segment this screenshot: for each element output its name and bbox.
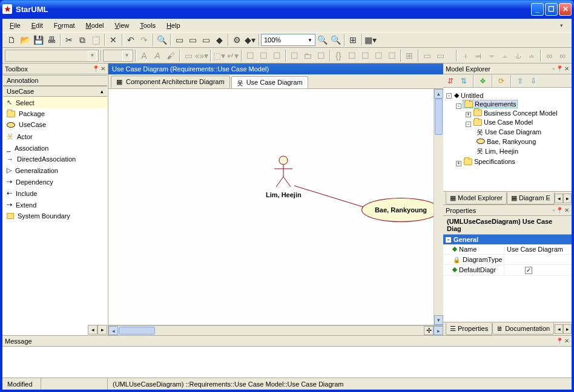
property-category-general[interactable]: -General: [443, 235, 572, 244]
diagram-btn2[interactable]: ▭: [186, 33, 199, 47]
horizontal-scrollbar[interactable]: ◂ ✢ ▸: [108, 325, 443, 335]
scroll-thumb[interactable]: [435, 99, 443, 135]
tree-node-spec[interactable]: Specifications: [463, 158, 516, 165]
menu-help[interactable]: Help: [162, 20, 185, 31]
titlebar[interactable]: StarUML _ ☐ ✕: [0, 0, 574, 18]
palette-item-actor[interactable]: 옷Actor: [3, 130, 107, 143]
up-button[interactable]: ⇧: [514, 76, 526, 87]
diagram-btn4[interactable]: ◆: [213, 33, 226, 47]
align-top-button[interactable]: ⫟: [485, 49, 498, 62]
font-button[interactable]: A: [137, 49, 151, 62]
tab-properties[interactable]: ☰Properties: [446, 323, 492, 335]
menubar-overflow-icon[interactable]: ▾: [555, 21, 568, 30]
font-combo[interactable]: ▼: [5, 50, 99, 62]
align-right-button[interactable]: ⫤: [472, 49, 485, 62]
vertical-scrollbar[interactable]: ▴ ▾: [434, 89, 443, 325]
zoom-combo[interactable]: 100% ▼: [261, 34, 315, 46]
new-button[interactable]: 🗋: [5, 33, 18, 47]
distribute-v-button[interactable]: ∞: [556, 49, 569, 62]
model-explorer-header[interactable]: Model Explorer ▫📍✕: [443, 64, 572, 74]
refresh-button[interactable]: ⟳: [495, 76, 507, 87]
line-button[interactable]: ⬚▾: [213, 49, 226, 62]
sort2-button[interactable]: ⇅: [458, 76, 470, 87]
tree-node-bcm[interactable]: Business Concept Model: [472, 109, 559, 117]
expander-icon[interactable]: -: [466, 122, 471, 127]
zoom-in-button[interactable]: 🔍: [315, 33, 329, 47]
tab-prev-button[interactable]: ◂: [555, 324, 563, 334]
sup3-button[interactable]: ☐: [270, 49, 283, 62]
tab-prev-button[interactable]: ◂: [555, 194, 563, 203]
size-combo[interactable]: ▼: [103, 50, 133, 62]
message-body[interactable]: [2, 347, 572, 377]
diagram-btn3[interactable]: ▭: [199, 33, 213, 47]
prop-value-name[interactable]: Use Case Diagram: [504, 244, 572, 254]
save-button[interactable]: 💾: [31, 33, 45, 47]
checkbox-default[interactable]: ✓: [525, 267, 532, 274]
property-row-name[interactable]: Name Use Case Diagram: [443, 244, 572, 255]
close-button[interactable]: ✕: [559, 3, 572, 16]
tree-node-bae[interactable]: Bae, Rankyoung: [475, 138, 537, 145]
tree-node-requirements[interactable]: Requirements: [463, 100, 518, 108]
tree-node-ucd[interactable]: 옷Use Case Diagram: [475, 128, 543, 137]
align-vc-button[interactable]: ⫨: [525, 49, 538, 62]
pin-icon[interactable]: 📍: [92, 65, 99, 72]
n2-button[interactable]: ☐: [345, 49, 358, 62]
palette-item-directed[interactable]: →DirectedAssociation: [3, 154, 107, 165]
n1-button[interactable]: {}: [332, 49, 345, 62]
tree-node-ucm[interactable]: Use Case Model: [472, 119, 534, 126]
hscroll-thumb[interactable]: [119, 327, 155, 335]
property-grid[interactable]: -General Name Use Case Diagram 🔒DiagramT…: [443, 235, 572, 322]
palette-item-dependency[interactable]: ⇢Dependency: [3, 176, 107, 188]
tab-documentation[interactable]: 🗎Documentation: [492, 323, 554, 335]
cut-button[interactable]: ✂: [62, 33, 76, 47]
open-button[interactable]: 📂: [18, 33, 31, 47]
properties-header[interactable]: Properties ▫📍✕: [443, 205, 572, 216]
palette-item-association[interactable]: ⎯Association: [3, 143, 107, 154]
align-hc-button[interactable]: ⫝: [512, 49, 525, 62]
palette-item-boundary[interactable]: System Boundary: [3, 211, 107, 221]
expander-icon[interactable]: -: [446, 93, 452, 99]
copy-button[interactable]: ⧉: [76, 33, 89, 47]
scroll-down-button[interactable]: ▾: [434, 315, 443, 325]
down-button[interactable]: ⇩: [527, 76, 539, 87]
diagram-canvas[interactable]: Lim, Heejin Bae, Rankyoung ▴ ▾: [108, 89, 443, 325]
tab-component-diagram[interactable]: ▦Component Architecture Diagram: [111, 76, 230, 88]
tab-next-button[interactable]: ▸: [563, 194, 572, 203]
model-tree[interactable]: -◆Untitled -Requirements +Business Conce…: [443, 88, 572, 191]
palette-group-usecase[interactable]: UseCase ▴: [3, 86, 107, 97]
v1-button[interactable]: ☐: [288, 49, 301, 62]
print-button[interactable]: 🖶: [45, 33, 58, 47]
scroll-left-button[interactable]: ◂: [88, 325, 97, 335]
menu-edit[interactable]: Edit: [27, 20, 48, 31]
float-icon[interactable]: ▫: [552, 207, 555, 214]
tab-model-explorer[interactable]: ▦Model Explorer: [446, 192, 507, 204]
actor-element[interactable]: Lim, Heejin: [266, 155, 302, 198]
tab-next-button[interactable]: ▸: [563, 324, 572, 334]
scroll-up-button[interactable]: ▴: [434, 89, 443, 99]
redo-button[interactable]: ↷: [137, 33, 151, 47]
property-row-type[interactable]: 🔒DiagramType: [443, 255, 572, 265]
toolbox-header[interactable]: Toolbox 📍✕: [2, 64, 108, 74]
layer2-button[interactable]: ▭: [434, 49, 447, 62]
pin-icon[interactable]: 📍: [556, 207, 563, 214]
close-icon[interactable]: ✕: [564, 338, 569, 344]
wrap-button[interactable]: ↵▾: [226, 49, 239, 62]
tree-node-root[interactable]: ◆Untitled: [453, 91, 484, 99]
expander-icon[interactable]: +: [466, 112, 471, 117]
extensions-button[interactable]: ◆▾: [243, 33, 257, 47]
palette-group-annotation[interactable]: Annotation: [3, 75, 107, 86]
pin-icon[interactable]: 📍: [556, 65, 563, 72]
scroll-plus-button[interactable]: ✢: [424, 326, 434, 335]
palette-item-include[interactable]: ⇠Include: [3, 188, 107, 199]
minimize-button[interactable]: _: [531, 3, 544, 16]
distribute-h-button[interactable]: ∞: [543, 49, 556, 62]
undo-button[interactable]: ↶: [124, 33, 137, 47]
message-header[interactable]: Message 📍✕: [2, 336, 572, 347]
usecase-element[interactable]: Bae, Rankyoung: [361, 198, 440, 222]
float-icon[interactable]: ▫: [552, 65, 555, 72]
close-icon[interactable]: ✕: [564, 65, 569, 72]
tree-node-lim[interactable]: 옷Lim, Heejin: [475, 146, 520, 155]
scroll-right-button[interactable]: ▸: [97, 325, 107, 335]
sup1-button[interactable]: ☐: [243, 49, 257, 62]
options-button[interactable]: ⚙: [230, 33, 243, 47]
